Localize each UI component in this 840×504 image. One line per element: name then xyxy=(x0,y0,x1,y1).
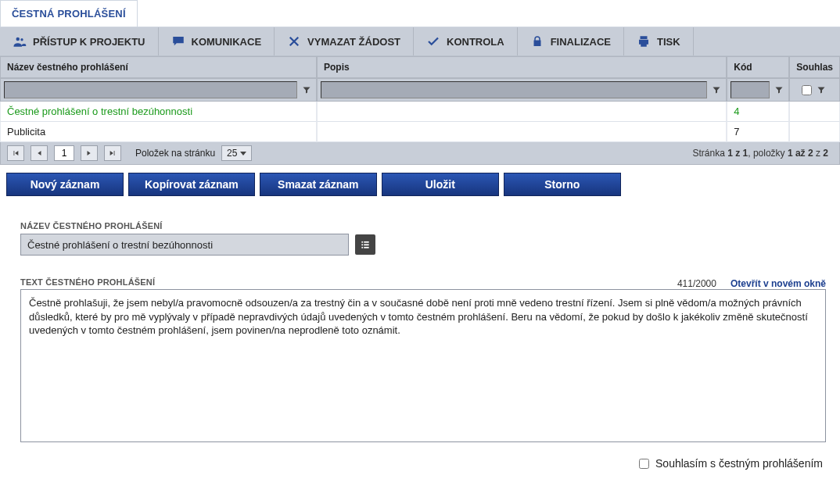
page-last-button[interactable] xyxy=(104,145,121,161)
toolbar-label: KONTROLA xyxy=(447,36,504,48)
toolbar-access[interactable]: PŘÍSTUP K PROJEKTU xyxy=(0,27,159,55)
page-first-button[interactable] xyxy=(7,145,24,161)
toolbar-delete-request[interactable]: VYMAZAT ŽÁDOST xyxy=(275,27,414,55)
toolbar-communication[interactable]: KOMUNIKACE xyxy=(159,27,275,55)
filter-desc-input[interactable] xyxy=(321,81,707,98)
cell-consent xyxy=(789,122,840,142)
lock-icon xyxy=(530,34,544,48)
table-row[interactable]: Čestné prohlášení o trestní bezúhonnosti… xyxy=(0,102,840,122)
save-button[interactable]: Uložit xyxy=(382,173,499,196)
open-list-button[interactable] xyxy=(355,234,375,255)
declaration-text[interactable] xyxy=(20,289,826,442)
form-area: NÁZEV ČESTNÉHO PROHLÁŠENÍ TEXT ČESTNÉHO … xyxy=(0,199,840,448)
toolbar-label: PŘÍSTUP K PROJEKTU xyxy=(33,36,145,48)
col-code[interactable]: Kód xyxy=(727,56,789,78)
filter-name-input[interactable] xyxy=(4,81,297,98)
text-label: TEXT ČESTNÉHO PROHLÁŠENÍ xyxy=(20,277,155,287)
copy-record-button[interactable]: Kopírovat záznam xyxy=(128,173,255,196)
toolbar-label: FINALIZACE xyxy=(551,36,611,48)
consent-checkbox[interactable] xyxy=(639,459,649,469)
cancel-button[interactable]: Storno xyxy=(504,173,621,196)
action-bar: Nový záznam Kopírovat záznam Smazat zázn… xyxy=(0,165,840,199)
page-prev-button[interactable] xyxy=(31,145,48,161)
cell-desc xyxy=(317,122,727,142)
tab-bar: ČESTNÁ PROHLÁŠENÍ xyxy=(0,0,840,27)
name-input[interactable] xyxy=(20,234,349,256)
toolbar: PŘÍSTUP K PROJEKTU KOMUNIKACE VYMAZAT ŽÁ… xyxy=(0,27,840,56)
svg-rect-3 xyxy=(364,241,368,243)
tab-declarations[interactable]: ČESTNÁ PROHLÁŠENÍ xyxy=(0,0,138,27)
svg-rect-5 xyxy=(364,244,368,245)
funnel-icon[interactable] xyxy=(815,84,827,96)
check-icon xyxy=(426,34,440,48)
toolbar-label: TISK xyxy=(657,36,680,48)
consent-label: Souhlasím s čestným prohlášením xyxy=(655,457,823,470)
list-icon xyxy=(360,239,371,250)
toolbar-fill xyxy=(694,27,840,55)
col-name[interactable]: Název čestného prohlášení xyxy=(0,56,317,78)
paging-info: Stránka 1 z 1, položky 1 až 2 z 2 xyxy=(693,148,833,159)
toolbar-print[interactable]: TISK xyxy=(624,27,694,55)
cell-code: 7 xyxy=(727,122,789,142)
svg-rect-4 xyxy=(361,244,363,245)
col-consent[interactable]: Souhlas xyxy=(789,56,840,78)
cell-name: Čestné prohlášení o trestní bezúhonnosti xyxy=(0,102,317,122)
char-counter: 411/2000 xyxy=(677,278,716,289)
page-number-input[interactable] xyxy=(54,145,74,161)
delete-record-button[interactable]: Smazat záznam xyxy=(260,173,377,196)
cell-desc xyxy=(317,102,727,122)
cell-consent xyxy=(789,102,840,122)
filter-row xyxy=(0,78,840,102)
print-icon xyxy=(637,34,651,48)
funnel-icon[interactable] xyxy=(773,84,785,96)
col-desc[interactable]: Popis xyxy=(317,56,727,78)
per-page-select[interactable]: 25 xyxy=(221,145,252,161)
svg-point-1 xyxy=(20,38,23,41)
toolbar-label: VYMAZAT ŽÁDOST xyxy=(307,36,400,48)
toolbar-finalize[interactable]: FINALIZACE xyxy=(518,27,624,55)
consent-row: Souhlasím s čestným prohlášením xyxy=(0,448,840,485)
funnel-icon[interactable] xyxy=(710,84,723,96)
cell-code: 4 xyxy=(727,102,789,122)
svg-point-0 xyxy=(16,38,20,41)
people-icon xyxy=(13,34,27,48)
filter-code-input[interactable] xyxy=(731,81,770,98)
declarations-table: Název čestného prohlášení Popis Kód Souh… xyxy=(0,56,840,142)
per-page-label: Položek na stránku xyxy=(135,148,215,159)
open-new-window-link[interactable]: Otevřít v novém okně xyxy=(731,278,826,289)
toolbar-label: KOMUNIKACE xyxy=(192,36,262,48)
paging-bar: Položek na stránku 25 Stránka 1 z 1, pol… xyxy=(0,142,840,165)
svg-rect-6 xyxy=(361,247,363,248)
svg-rect-2 xyxy=(361,241,363,243)
new-record-button[interactable]: Nový záznam xyxy=(6,173,124,196)
x-icon xyxy=(287,34,301,48)
page-next-button[interactable] xyxy=(81,145,98,161)
svg-rect-7 xyxy=(364,247,368,248)
table-row[interactable]: Publicita 7 xyxy=(0,122,840,142)
name-label: NÁZEV ČESTNÉHO PROHLÁŠENÍ xyxy=(20,221,826,231)
funnel-icon[interactable] xyxy=(300,84,313,96)
cell-name: Publicita xyxy=(0,122,317,142)
toolbar-check[interactable]: KONTROLA xyxy=(414,27,518,55)
chat-icon xyxy=(171,34,185,48)
filter-consent-checkbox[interactable] xyxy=(802,85,812,95)
